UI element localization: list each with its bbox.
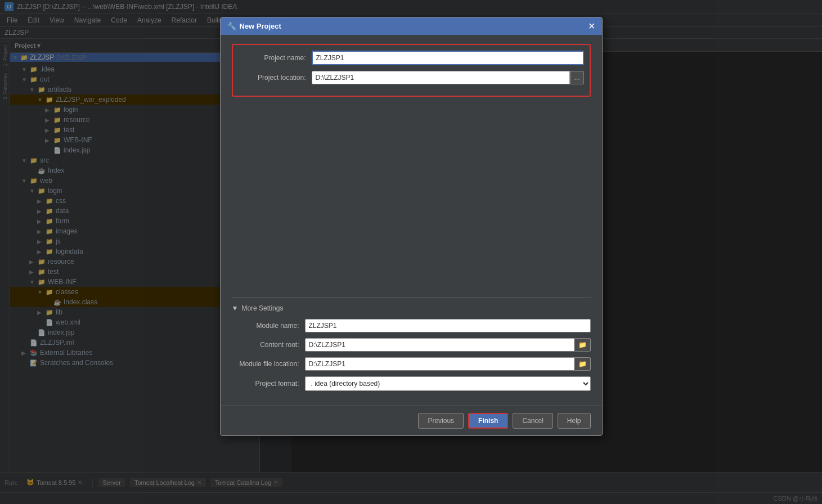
modal-title: 🔧 New Project bbox=[227, 22, 281, 30]
modal-spacer bbox=[232, 106, 591, 297]
module-name-label: Module name: bbox=[232, 322, 305, 330]
module-name-row: Module name: bbox=[232, 319, 591, 332]
section-toggle-label: More Settings bbox=[241, 304, 283, 312]
project-format-select[interactable]: . idea (directory based) Eclipse bbox=[305, 376, 591, 391]
project-name-row: Project name: bbox=[239, 51, 584, 65]
project-location-row: Project location: ... bbox=[239, 71, 584, 84]
modal-overlay: 🔧 New Project ✕ Project name: Project lo bbox=[0, 0, 822, 504]
cancel-button[interactable]: Cancel bbox=[513, 413, 553, 429]
module-file-location-row: Module file location: 📁 bbox=[232, 357, 591, 371]
previous-button[interactable]: Previous bbox=[418, 413, 464, 429]
project-name-label: Project name: bbox=[239, 54, 312, 62]
module-name-input[interactable] bbox=[305, 319, 591, 332]
more-settings-section: ▼ More Settings Module name: Content roo… bbox=[232, 297, 591, 391]
project-location-browse-button[interactable]: ... bbox=[570, 71, 583, 84]
module-file-location-field-group: 📁 bbox=[305, 357, 591, 371]
content-root-row: Content root: 📁 bbox=[232, 338, 591, 352]
modal-footer: Previous Finish Cancel Help bbox=[221, 406, 602, 435]
section-toggle-arrow: ▼ bbox=[232, 304, 239, 312]
modal-title-icon: 🔧 bbox=[227, 22, 236, 30]
modal-title-bar: 🔧 New Project ✕ bbox=[221, 17, 602, 35]
modal-body: Project name: Project location: ... bbox=[221, 35, 602, 406]
modal-title-text: New Project bbox=[240, 22, 281, 30]
content-root-browse-button[interactable]: 📁 bbox=[574, 338, 591, 352]
module-file-location-input[interactable] bbox=[305, 357, 574, 371]
content-root-label: Content root: bbox=[232, 341, 305, 349]
project-format-row: Project format: . idea (directory based)… bbox=[232, 376, 591, 391]
project-name-input[interactable] bbox=[312, 51, 584, 65]
more-settings-toggle[interactable]: ▼ More Settings bbox=[232, 304, 591, 312]
project-format-label: Project format: bbox=[232, 380, 305, 388]
content-root-field-group: 📁 bbox=[305, 338, 591, 352]
content-root-input[interactable] bbox=[305, 338, 574, 352]
new-project-dialog: 🔧 New Project ✕ Project name: Project lo bbox=[220, 17, 603, 436]
module-file-location-label: Module file location: bbox=[232, 360, 305, 368]
project-location-label: Project location: bbox=[239, 74, 312, 82]
help-button[interactable]: Help bbox=[558, 413, 591, 429]
project-fields-group: Project name: Project location: ... bbox=[232, 44, 591, 97]
project-location-input[interactable] bbox=[312, 71, 571, 84]
project-location-field-group: ... bbox=[312, 71, 584, 84]
modal-close-button[interactable]: ✕ bbox=[588, 21, 595, 32]
finish-button[interactable]: Finish bbox=[468, 413, 508, 429]
module-file-location-browse-button[interactable]: 📁 bbox=[574, 357, 591, 371]
